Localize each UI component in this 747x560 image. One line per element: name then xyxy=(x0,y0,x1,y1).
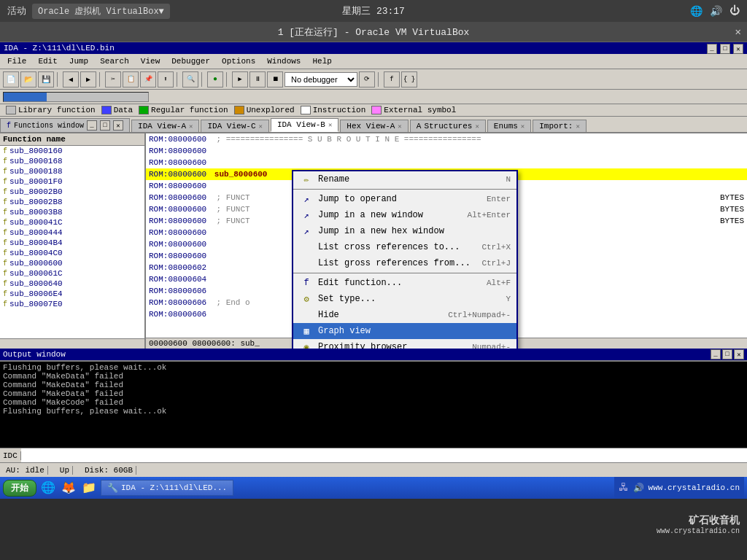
toolbar-back[interactable]: ◀ xyxy=(63,71,79,88)
ctx-rename[interactable]: ✏ Rename N xyxy=(293,171,516,187)
tab-functions-window[interactable]: f Functions window _ □ ✕ xyxy=(0,118,130,132)
function-item[interactable]: fsub_8000600 xyxy=(0,258,144,268)
function-item[interactable]: fsub_80004B4 xyxy=(0,238,144,248)
menu-file[interactable]: File xyxy=(1,55,32,67)
edit-func-icon: f xyxy=(299,277,314,289)
ctx-proximity-shortcut: Numpad+- xyxy=(472,343,511,349)
taskbar-ida-item[interactable]: 🔧 IDA - Z:\111\dl\LED... xyxy=(101,480,233,496)
idc-input[interactable] xyxy=(21,448,747,462)
activities-label[interactable]: 活动 xyxy=(7,4,26,18)
start-button[interactable]: 开始 xyxy=(3,480,36,497)
ida-close-btn[interactable]: ✕ xyxy=(733,44,743,54)
toolbar-btn5[interactable]: 📌 xyxy=(140,71,156,88)
menu-view[interactable]: View xyxy=(135,55,166,67)
functions-scrollbar-h[interactable] xyxy=(0,338,144,349)
legend-external-label: External symbol xyxy=(384,106,456,114)
tab-ida-view-a[interactable]: IDA View-A ✕ xyxy=(131,120,199,132)
ida-restore-btn[interactable]: □ xyxy=(720,44,730,54)
toolbar-dbg3[interactable]: ⏹ xyxy=(267,71,283,88)
ctx-xrefs-from[interactable]: List gross references from... Ctrl+J xyxy=(293,255,516,271)
function-item[interactable]: fsub_8000640 xyxy=(0,279,144,289)
output-pin-btn[interactable]: _ xyxy=(711,349,721,359)
ctx-jump-new-window[interactable]: ↗ Jump in a new window Alt+Enter xyxy=(293,207,516,223)
ctx-xrefs-to[interactable]: List cross references to... Ctrl+X xyxy=(293,239,516,255)
function-item[interactable]: fsub_80002B0 xyxy=(0,187,144,197)
menu-windows[interactable]: Windows xyxy=(261,55,306,67)
legend-unexplored-color xyxy=(234,106,244,114)
jump-hex-icon: ↗ xyxy=(299,225,314,237)
vbox-close-button[interactable]: ✕ xyxy=(735,26,741,38)
function-item[interactable]: fsub_800041C xyxy=(0,217,144,228)
tab-hex-view-a[interactable]: Hex View-A ✕ xyxy=(340,120,408,132)
menu-search[interactable]: Search xyxy=(94,55,135,67)
taskbar-speaker-icon: 🔊 xyxy=(633,483,644,494)
tab-structures[interactable]: A Structures ✕ xyxy=(410,120,486,132)
toolbar-open[interactable]: 📂 xyxy=(20,71,36,88)
output-close-btn[interactable]: ✕ xyxy=(734,349,744,359)
tab-hex-close[interactable]: ✕ xyxy=(398,122,401,131)
ctx-edit-function[interactable]: f Edit function... Alt+F xyxy=(293,275,516,291)
toolbar-btn3[interactable]: ✂ xyxy=(105,71,121,88)
toolbar-search[interactable]: 🔍 xyxy=(182,71,198,88)
toolbar-dbg4[interactable]: ⟳ xyxy=(359,71,375,88)
tab-enums[interactable]: Enums ✕ xyxy=(487,120,531,132)
function-item[interactable]: fsub_80004C0 xyxy=(0,248,144,258)
toolbar-new[interactable]: 📄 xyxy=(3,71,19,88)
menu-debugger[interactable]: Debugger xyxy=(166,55,216,67)
toolbar-btn6[interactable]: ⬆ xyxy=(158,71,174,88)
tab-enums-close[interactable]: ✕ xyxy=(521,122,525,131)
menu-jump[interactable]: Jump xyxy=(63,55,94,67)
ctx-set-type[interactable]: ⚙ Set type... Y xyxy=(293,291,516,307)
ctx-proximity[interactable]: ◉ Proximity browser Numpad+- xyxy=(293,339,516,349)
tab-struct-close[interactable]: ✕ xyxy=(475,122,479,131)
code-status-text: 00000600 08000600: sub_ xyxy=(149,339,260,348)
toolbar-dbg1[interactable]: ▶ xyxy=(232,71,248,88)
tab-imports[interactable]: Import: ✕ xyxy=(533,120,587,132)
function-item[interactable]: fsub_8000188 xyxy=(0,166,144,176)
ctx-hide[interactable]: Hide Ctrl+Numpad+- xyxy=(293,307,516,323)
tab-b-close[interactable]: ✕ xyxy=(328,121,332,129)
vbox-app-label[interactable]: Oracle 虚拟机 VirtualBox▼ xyxy=(32,4,170,19)
tab-a-close[interactable]: ✕ xyxy=(189,122,193,131)
toolbar-func[interactable]: f xyxy=(384,71,400,88)
tab-c-close[interactable]: ✕ xyxy=(258,122,262,131)
volume-icon[interactable]: 🔊 xyxy=(710,5,722,18)
toolbar-save[interactable]: 💾 xyxy=(38,71,54,88)
toolbar-green-circle[interactable]: ● xyxy=(207,71,223,88)
menu-edit[interactable]: Edit xyxy=(32,55,63,67)
taskbar-folder-icon[interactable]: 📁 xyxy=(82,481,96,495)
ctx-jump-hex[interactable]: ↗ Jump in a new hex window xyxy=(293,223,516,239)
code-view[interactable]: ROM:08000600 ; ================ S U B R … xyxy=(146,133,747,349)
function-item[interactable]: fsub_80007E0 xyxy=(0,299,144,309)
tab-ida-view-c[interactable]: IDA View-C ✕ xyxy=(201,120,268,132)
menu-help[interactable]: Help xyxy=(306,55,337,67)
power-icon[interactable]: ⏻ xyxy=(729,5,740,17)
taskbar-browser-icon[interactable]: 🦊 xyxy=(61,481,76,495)
tab-func-pin[interactable]: _ xyxy=(87,120,97,131)
tab-func-max[interactable]: □ xyxy=(100,120,110,131)
menu-options[interactable]: Options xyxy=(216,55,261,67)
ctx-graph-view[interactable]: ▦ Graph view xyxy=(293,323,516,339)
function-item[interactable]: fsub_800061C xyxy=(0,268,144,279)
vm-content: IDA - Z:\111\dl\LED.bin _ □ ✕ File Edit … xyxy=(0,42,747,477)
function-item[interactable]: fsub_80006E4 xyxy=(0,289,144,299)
ida-minimize-btn[interactable]: _ xyxy=(707,44,717,54)
taskbar-ie-icon[interactable]: 🌐 xyxy=(41,481,55,495)
tab-func-close[interactable]: ✕ xyxy=(113,120,123,131)
tab-ida-view-b[interactable]: IDA View-B ✕ xyxy=(271,118,338,132)
debugger-dropdown[interactable]: No debugger xyxy=(285,72,357,87)
legend-regular-color xyxy=(139,106,149,114)
ctx-jump-operand[interactable]: ↗ Jump to operand Enter xyxy=(293,191,516,207)
toolbar-btn4[interactable]: 📋 xyxy=(123,71,139,88)
toolbar-code[interactable]: { } xyxy=(401,71,417,88)
function-item[interactable]: fsub_80002B8 xyxy=(0,197,144,207)
tab-imports-close[interactable]: ✕ xyxy=(576,122,579,131)
toolbar-fwd[interactable]: ▶ xyxy=(80,71,96,88)
function-item[interactable]: fsub_80003B8 xyxy=(0,207,144,217)
toolbar-dbg2[interactable]: ⏸ xyxy=(249,71,266,88)
function-item[interactable]: fsub_8000168 xyxy=(0,156,144,166)
function-item[interactable]: fsub_8000444 xyxy=(0,228,144,238)
function-item[interactable]: fsub_80001F0 xyxy=(0,176,144,187)
function-item[interactable]: fsub_8000160 xyxy=(0,146,144,156)
output-max-btn[interactable]: □ xyxy=(722,349,732,359)
